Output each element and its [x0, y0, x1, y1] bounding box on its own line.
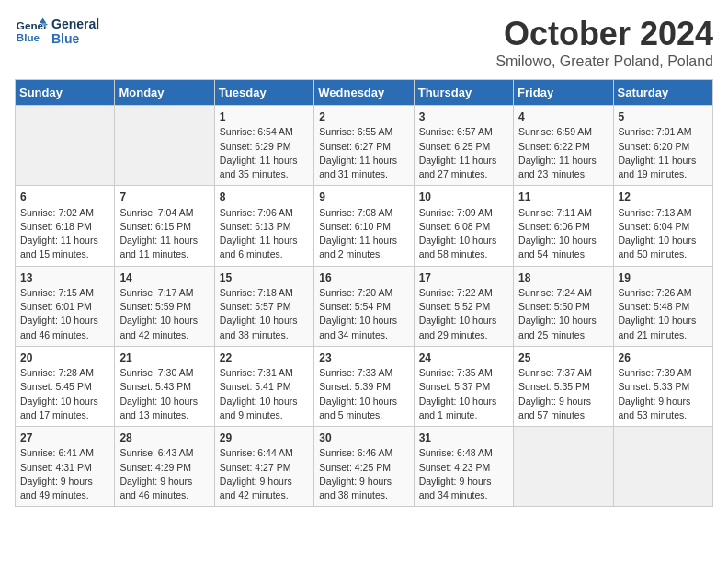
day-info: Sunrise: 6:48 AM — [419, 446, 508, 460]
logo-blue: Blue — [51, 31, 99, 46]
day-info: Daylight: 10 hours and 42 minutes. — [119, 314, 209, 341]
svg-text:Blue: Blue — [17, 31, 40, 43]
day-number: 17 — [419, 270, 508, 286]
day-number: 2 — [319, 109, 408, 125]
day-info: Sunset: 5:54 PM — [319, 300, 408, 314]
week-row-1: 1Sunrise: 6:54 AMSunset: 6:29 PMDaylight… — [16, 106, 713, 186]
day-info: Sunset: 6:01 PM — [20, 300, 109, 314]
logo-icon: General Blue — [15, 15, 48, 48]
day-info: Daylight: 10 hours and 46 minutes. — [20, 314, 109, 341]
day-info: Sunset: 4:23 PM — [419, 461, 508, 475]
day-info: Sunset: 6:08 PM — [419, 220, 508, 234]
day-info: Sunset: 4:29 PM — [119, 461, 209, 475]
calendar-cell: 18Sunrise: 7:24 AMSunset: 5:50 PMDayligh… — [514, 266, 613, 346]
day-number: 3 — [419, 109, 508, 125]
day-info: Daylight: 10 hours and 58 minutes. — [419, 234, 508, 261]
day-info: Sunrise: 7:11 AM — [518, 206, 608, 220]
calendar-cell: 12Sunrise: 7:13 AMSunset: 6:04 PMDayligh… — [613, 186, 712, 266]
calendar-cell: 20Sunrise: 7:28 AMSunset: 5:45 PMDayligh… — [16, 346, 115, 426]
calendar-cell — [514, 427, 613, 507]
day-info: Sunrise: 6:59 AM — [518, 125, 608, 139]
day-info: Sunrise: 7:37 AM — [518, 366, 608, 380]
day-info: Sunset: 5:57 PM — [220, 300, 309, 314]
day-info: Sunrise: 7:39 AM — [619, 366, 708, 380]
calendar-cell: 25Sunrise: 7:37 AMSunset: 5:35 PMDayligh… — [514, 346, 613, 426]
day-number: 31 — [419, 431, 508, 446]
day-number: 15 — [220, 270, 309, 286]
day-info: Daylight: 9 hours and 42 minutes. — [220, 475, 309, 502]
day-info: Daylight: 10 hours and 9 minutes. — [220, 395, 309, 422]
day-info: Sunset: 5:59 PM — [119, 300, 209, 314]
day-info: Sunrise: 7:31 AM — [220, 366, 309, 380]
day-info: Sunset: 6:25 PM — [419, 140, 508, 154]
calendar-cell: 4Sunrise: 6:59 AMSunset: 6:22 PMDaylight… — [514, 106, 613, 186]
day-info: Daylight: 11 hours and 23 minutes. — [518, 154, 608, 181]
calendar-cell: 28Sunrise: 6:43 AMSunset: 4:29 PMDayligh… — [115, 427, 214, 507]
calendar-cell: 7Sunrise: 7:04 AMSunset: 6:15 PMDaylight… — [115, 186, 214, 266]
day-info: Daylight: 9 hours and 57 minutes. — [518, 395, 608, 422]
calendar-cell — [115, 106, 214, 186]
page-header: General Blue General Blue October 2024 S… — [15, 15, 713, 70]
day-info: Sunset: 6:27 PM — [319, 140, 408, 154]
day-info: Sunset: 6:29 PM — [220, 140, 309, 154]
day-info: Sunset: 5:48 PM — [619, 300, 708, 314]
calendar-cell: 8Sunrise: 7:06 AMSunset: 6:13 PMDaylight… — [214, 186, 313, 266]
day-number: 1 — [220, 109, 309, 125]
calendar-cell: 27Sunrise: 6:41 AMSunset: 4:31 PMDayligh… — [16, 427, 115, 507]
day-info: Sunrise: 7:24 AM — [518, 286, 608, 300]
day-number: 21 — [119, 350, 209, 366]
day-number: 27 — [20, 431, 109, 446]
day-number: 13 — [20, 270, 109, 286]
day-info: Daylight: 10 hours and 5 minutes. — [319, 395, 408, 422]
day-number: 4 — [518, 109, 608, 125]
day-info: Sunset: 6:04 PM — [619, 220, 708, 234]
day-info: Sunset: 5:35 PM — [518, 380, 608, 394]
day-info: Daylight: 10 hours and 25 minutes. — [518, 314, 608, 341]
day-info: Sunset: 5:52 PM — [419, 300, 508, 314]
day-number: 25 — [518, 350, 608, 366]
day-info: Daylight: 9 hours and 46 minutes. — [119, 475, 209, 502]
day-number: 28 — [119, 431, 209, 446]
day-info: Daylight: 10 hours and 50 minutes. — [619, 234, 708, 261]
day-info: Sunset: 6:22 PM — [518, 140, 608, 154]
logo: General Blue General Blue — [15, 15, 99, 48]
day-info: Sunrise: 7:08 AM — [319, 206, 408, 220]
calendar-cell: 13Sunrise: 7:15 AMSunset: 6:01 PMDayligh… — [16, 266, 115, 346]
day-info: Sunrise: 6:55 AM — [319, 125, 408, 139]
day-info: Sunset: 5:50 PM — [518, 300, 608, 314]
calendar-cell: 10Sunrise: 7:09 AMSunset: 6:08 PMDayligh… — [414, 186, 513, 266]
day-number: 10 — [419, 190, 508, 205]
calendar-cell: 23Sunrise: 7:33 AMSunset: 5:39 PMDayligh… — [314, 346, 414, 426]
day-info: Sunrise: 7:15 AM — [20, 286, 109, 300]
day-info: Sunset: 5:33 PM — [619, 380, 708, 394]
day-info: Sunset: 6:18 PM — [20, 220, 109, 234]
day-info: Daylight: 11 hours and 6 minutes. — [220, 234, 309, 261]
calendar-cell — [613, 427, 712, 507]
calendar-cell — [16, 106, 115, 186]
day-info: Daylight: 10 hours and 1 minute. — [419, 395, 508, 422]
day-info: Daylight: 10 hours and 21 minutes. — [619, 314, 708, 341]
day-info: Sunrise: 7:35 AM — [419, 366, 508, 380]
title-block: October 2024 Smilowo, Greater Poland, Po… — [495, 15, 713, 70]
weekday-header-wednesday: Wednesday — [314, 80, 414, 106]
day-number: 30 — [319, 431, 408, 446]
calendar-cell: 17Sunrise: 7:22 AMSunset: 5:52 PMDayligh… — [414, 266, 513, 346]
calendar-cell: 2Sunrise: 6:55 AMSunset: 6:27 PMDaylight… — [314, 106, 414, 186]
day-info: Sunrise: 7:04 AM — [119, 206, 209, 220]
calendar-cell: 31Sunrise: 6:48 AMSunset: 4:23 PMDayligh… — [414, 427, 513, 507]
day-info: Sunrise: 6:46 AM — [319, 446, 408, 460]
calendar-cell: 22Sunrise: 7:31 AMSunset: 5:41 PMDayligh… — [214, 346, 313, 426]
calendar-cell: 19Sunrise: 7:26 AMSunset: 5:48 PMDayligh… — [613, 266, 712, 346]
day-info: Daylight: 11 hours and 35 minutes. — [220, 154, 309, 181]
calendar-cell: 9Sunrise: 7:08 AMSunset: 6:10 PMDaylight… — [314, 186, 414, 266]
calendar-cell: 29Sunrise: 6:44 AMSunset: 4:27 PMDayligh… — [214, 427, 313, 507]
day-info: Daylight: 10 hours and 29 minutes. — [419, 314, 508, 341]
day-info: Sunset: 6:13 PM — [220, 220, 309, 234]
day-info: Daylight: 11 hours and 15 minutes. — [20, 234, 109, 261]
day-number: 11 — [518, 190, 608, 205]
weekday-header-monday: Monday — [115, 80, 214, 106]
day-info: Daylight: 11 hours and 11 minutes. — [119, 234, 209, 261]
day-info: Daylight: 11 hours and 31 minutes. — [319, 154, 408, 181]
day-info: Sunrise: 7:26 AM — [619, 286, 708, 300]
day-info: Daylight: 9 hours and 49 minutes. — [20, 475, 109, 502]
